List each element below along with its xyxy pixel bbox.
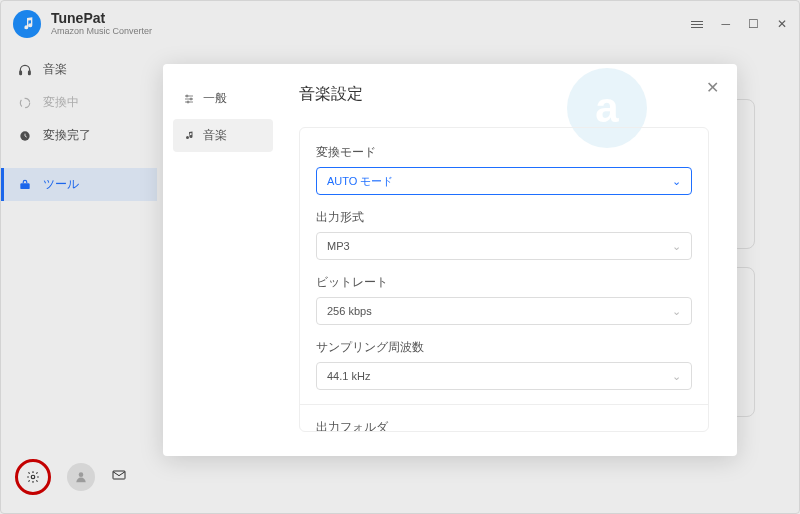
field-label: サンプリング周波数 xyxy=(316,339,692,356)
settings-form: 変換モード AUTO モード ⌄ 出力形式 MP3 ⌄ ビットレート 256 k… xyxy=(299,127,709,432)
samplerate-select[interactable]: 44.1 kHz ⌄ xyxy=(316,362,692,390)
field-output-folder: 出力フォルダ C:\Users\yuyu\Documents\TunePat A… xyxy=(316,419,692,432)
chevron-down-icon: ⌄ xyxy=(672,370,681,383)
field-label: 変換モード xyxy=(316,144,692,161)
select-value: 256 kbps xyxy=(327,305,372,317)
dialog-tab-label: 一般 xyxy=(203,90,227,107)
music-note-icon xyxy=(183,130,195,142)
field-samplerate: サンプリング周波数 44.1 kHz ⌄ xyxy=(316,339,692,390)
select-value: AUTO モード xyxy=(327,174,393,189)
dialog-sidebar: 一般 音楽 xyxy=(163,64,283,456)
bitrate-select[interactable]: 256 kbps ⌄ xyxy=(316,297,692,325)
select-value: MP3 xyxy=(327,240,350,252)
dialog-close-button[interactable]: ✕ xyxy=(706,78,719,97)
dialog-body: a ✕ 音楽設定 変換モード AUTO モード ⌄ 出力形式 MP3 ⌄ ビット… xyxy=(283,64,737,456)
chevron-down-icon: ⌄ xyxy=(672,305,681,318)
dialog-tab-music[interactable]: 音楽 xyxy=(173,119,273,152)
sliders-icon xyxy=(183,93,195,105)
dialog-title: 音楽設定 xyxy=(299,84,709,105)
dialog-tab-label: 音楽 xyxy=(203,127,227,144)
field-label: 出力形式 xyxy=(316,209,692,226)
field-label: ビットレート xyxy=(316,274,692,291)
svg-point-11 xyxy=(186,95,188,97)
field-label: 出力フォルダ xyxy=(316,419,692,432)
chevron-down-icon: ⌄ xyxy=(672,240,681,253)
output-format-select[interactable]: MP3 ⌄ xyxy=(316,232,692,260)
svg-point-12 xyxy=(190,98,192,100)
dialog-tab-general[interactable]: 一般 xyxy=(173,82,273,115)
field-bitrate: ビットレート 256 kbps ⌄ xyxy=(316,274,692,325)
conversion-mode-select[interactable]: AUTO モード ⌄ xyxy=(316,167,692,195)
divider xyxy=(300,404,708,405)
svg-point-13 xyxy=(187,101,189,103)
select-value: 44.1 kHz xyxy=(327,370,370,382)
field-conversion-mode: 変換モード AUTO モード ⌄ xyxy=(316,144,692,195)
settings-dialog: 一般 音楽 a ✕ 音楽設定 変換モード AUTO モード ⌄ 出力形式 MP3… xyxy=(163,64,737,456)
chevron-down-icon: ⌄ xyxy=(672,175,681,188)
field-output-format: 出力形式 MP3 ⌄ xyxy=(316,209,692,260)
